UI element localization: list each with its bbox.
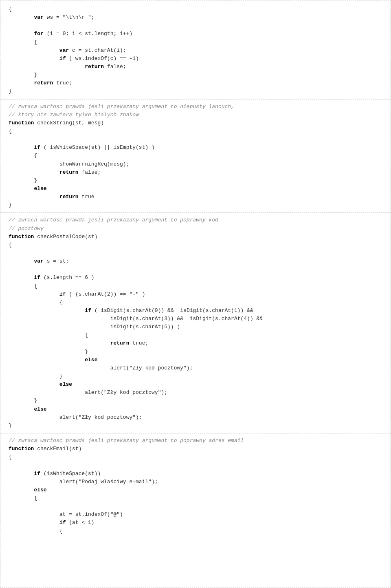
code-line: if ( isDigit(s.charAt(0)) && isDigit(s.c… bbox=[9, 307, 253, 314]
code-line: isDigit(s.charAt(5)) ) bbox=[9, 324, 180, 330]
code-container: { var ws = "\t\n\r "; for (i = 0; i < st… bbox=[0, 0, 391, 588]
code-line: alert("Podaj właściwy e-mail"); bbox=[9, 479, 158, 485]
code-line: var c = st.charAt(i); bbox=[9, 47, 126, 53]
code-line: } bbox=[9, 177, 37, 183]
comment-line: // ktory nie zawiera tylko bialych znako… bbox=[9, 112, 139, 118]
code-line: alert("Zły kod pocztowy"); bbox=[9, 414, 142, 420]
code-line: for (i = 0; i < st.length; i++) bbox=[9, 31, 132, 37]
code-line: { bbox=[9, 495, 37, 501]
code-line: } bbox=[9, 422, 12, 429]
code-line: { bbox=[9, 332, 88, 338]
code-line: alert("Zły kod pocztowy"); bbox=[9, 365, 193, 371]
code-line: else bbox=[9, 381, 72, 387]
code-line: { bbox=[9, 242, 12, 248]
code-line: if ( isWhiteSpace(st) || isEmpty(st) ) bbox=[9, 144, 155, 150]
code-line: { bbox=[9, 528, 63, 534]
code-line: function checkEmail(st) bbox=[9, 446, 81, 452]
code-line: showWarrningReq(mesg); bbox=[9, 161, 129, 167]
code-line: { bbox=[9, 39, 37, 45]
code-line: } bbox=[9, 72, 37, 78]
code-line: return false; bbox=[9, 64, 126, 70]
code-line: } bbox=[9, 349, 88, 355]
code-line: } bbox=[9, 373, 63, 379]
code-line: alert("Zły kod pocztowy"); bbox=[9, 389, 167, 396]
code-line: if (s.length == 6 ) bbox=[9, 274, 94, 281]
code-line: if (at < 1) bbox=[9, 519, 94, 526]
comment-line: // zwraca wartosc prawda jesli przekazan… bbox=[9, 217, 218, 223]
code-section-2: // zwraca wartosc prawda jesli przekazan… bbox=[0, 102, 391, 210]
code-section-1: { var ws = "\t\n\r "; for (i = 0; i < st… bbox=[0, 4, 391, 97]
code-line: else bbox=[9, 357, 97, 363]
code-line: return true; bbox=[9, 80, 72, 86]
code-line: } bbox=[9, 398, 37, 404]
code-line: else bbox=[9, 186, 47, 192]
code-line: if ( (s.charAt(2)) == "-" ) bbox=[9, 291, 145, 297]
code-line: function checkString(st, mesg) bbox=[9, 120, 104, 126]
section-divider-2 bbox=[0, 212, 391, 213]
code-line: } bbox=[9, 202, 12, 208]
code-line: { bbox=[9, 299, 63, 305]
section-divider-1 bbox=[0, 99, 391, 99]
code-line: if (isWhiteSpace(st)) bbox=[9, 471, 101, 477]
code-line: } bbox=[9, 88, 12, 94]
comment-line: // zwraca wartosc prawda jesli przekazan… bbox=[9, 438, 244, 444]
code-line: { bbox=[9, 454, 12, 460]
code-line: var s = st; bbox=[9, 258, 69, 264]
section-divider-3 bbox=[0, 433, 391, 433]
code-line: { bbox=[9, 283, 37, 289]
code-line: isDigit(s.charAt(3)) && isDigit(s.charAt… bbox=[9, 316, 263, 322]
comment-line: // zwraca wartosc prawda jesli przekazan… bbox=[9, 104, 234, 110]
code-section-3: // zwraca wartosc prawda jesli przekazan… bbox=[0, 215, 391, 431]
code-line: else bbox=[9, 487, 47, 493]
code-line: else bbox=[9, 406, 47, 412]
code-line: if ( ws.indexOf(c) == -1) bbox=[9, 55, 139, 62]
code-line: return true bbox=[9, 194, 94, 200]
comment-line: // pocztowy bbox=[9, 225, 44, 232]
code-line: return false; bbox=[9, 169, 101, 175]
code-line: { bbox=[9, 6, 12, 12]
code-section-4: // zwraca wartosc prawda jesli przekazan… bbox=[0, 436, 391, 536]
code-line: at = st.indexOf("@") bbox=[9, 511, 123, 517]
code-line: { bbox=[9, 153, 37, 159]
code-line: function checkPostalCode(st) bbox=[9, 234, 97, 240]
code-line: var ws = "\t\n\r "; bbox=[9, 14, 94, 20]
code-line: { bbox=[9, 128, 12, 134]
code-line: return true; bbox=[9, 340, 148, 346]
